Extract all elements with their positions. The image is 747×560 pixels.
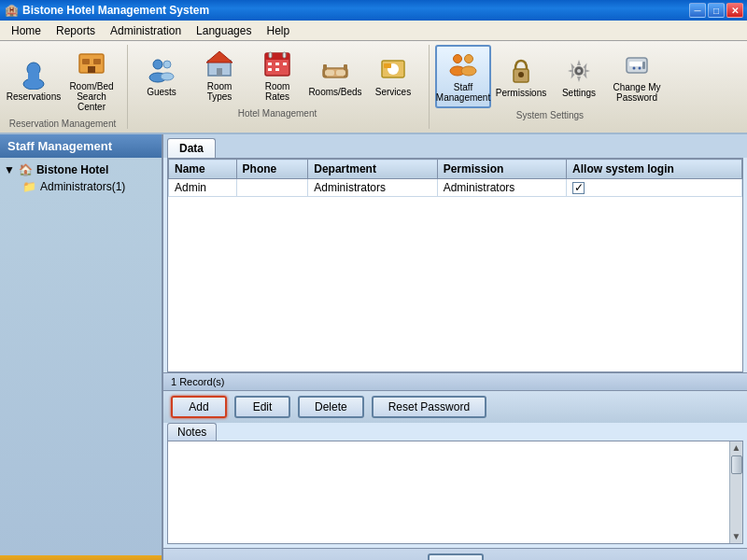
scroll-thumb[interactable] xyxy=(731,455,742,474)
data-table: Name Phone Department Permission Allow s… xyxy=(168,159,742,197)
svg-marker-12 xyxy=(206,51,233,63)
svg-point-44 xyxy=(639,67,641,70)
svg-point-9 xyxy=(163,61,171,68)
tb-settings-label: Settings xyxy=(562,88,596,98)
tb-change-password-label: Change My Password xyxy=(613,82,660,103)
tree-child-administrators[interactable]: 📁 Administrators(1) xyxy=(4,178,158,195)
rooms-beds-icon xyxy=(320,55,350,85)
col-name: Name xyxy=(169,160,237,179)
close-button[interactable]: ✕ xyxy=(726,3,743,18)
toolbar-group-hotel: Guests Room Types xyxy=(134,45,430,129)
room-search-icon xyxy=(77,49,106,79)
scroll-up[interactable]: ▲ xyxy=(731,441,742,454)
tb-room-types-label: Room Types xyxy=(207,81,233,102)
svg-point-31 xyxy=(454,55,462,63)
tree: ▼ 🏠 Bistone Hotel 📁 Administrators(1) xyxy=(0,158,162,555)
room-types-icon xyxy=(204,49,234,79)
record-count: 1 Record(s) xyxy=(163,372,747,390)
bottom-edit-bar: Edit xyxy=(163,548,747,560)
main-area: Staff Management ▼ 🏠 Bistone Hotel 📁 Adm… xyxy=(0,134,747,560)
tb-services[interactable]: Services xyxy=(365,45,421,106)
col-department: Department xyxy=(308,160,437,179)
button-bar: Add Edit Delete Reset Password xyxy=(163,390,747,423)
tb-reservations-label: Reservations xyxy=(7,91,61,102)
right-panel: Data Name Phone Department Permission Al… xyxy=(163,134,747,560)
tb-change-password[interactable]: Change My Password xyxy=(609,45,665,108)
tb-room-search[interactable]: Room/Bed Search Center xyxy=(63,45,120,117)
svg-point-39 xyxy=(577,69,581,73)
tree-root-label: Bistone Hotel xyxy=(36,163,108,176)
reservation-group-label: Reservation Management xyxy=(9,119,117,129)
hotel-group-label: Hotel Management xyxy=(238,108,317,119)
menu-administration[interactable]: Administration xyxy=(103,22,189,39)
tree-root[interactable]: ▼ 🏠 Bistone Hotel xyxy=(4,161,158,178)
svg-rect-20 xyxy=(283,63,287,65)
toolbar-group-reservation: Reservations Room/Bed Search Center Rese… xyxy=(6,45,128,129)
menu-home[interactable]: Home xyxy=(4,22,49,39)
allow-login-checkbox[interactable]: ✓ xyxy=(572,182,585,194)
svg-point-34 xyxy=(461,66,476,76)
settings-icon xyxy=(564,56,594,86)
tb-guests-label: Guests xyxy=(147,87,176,97)
svg-rect-42 xyxy=(642,62,645,69)
tab-data[interactable]: Data xyxy=(167,138,216,158)
menu-languages[interactable]: Languages xyxy=(189,22,259,39)
svg-point-43 xyxy=(633,67,636,70)
svg-rect-5 xyxy=(93,59,101,64)
table-row[interactable]: Admin Administrators Administrators ✓ xyxy=(169,179,742,197)
titlebar: 🏨 Bistone Hotel Management System ─ □ ✕ xyxy=(0,0,747,21)
tree-child-label: Administrators(1) xyxy=(40,180,125,193)
notes-content[interactable]: ▲ ▼ xyxy=(167,441,743,544)
toolbar-system-items: Staff Management Permissions xyxy=(435,45,665,108)
tb-staff-label: Staff Management xyxy=(436,82,490,103)
tb-staff[interactable]: Staff Management xyxy=(435,45,491,108)
left-panel-title: Staff Management xyxy=(0,134,162,158)
tb-room-types[interactable]: Room Types xyxy=(191,45,247,106)
maximize-button[interactable]: □ xyxy=(708,3,725,18)
tb-reservations[interactable]: Reservations xyxy=(6,45,62,117)
tb-permissions[interactable]: Permissions xyxy=(493,45,549,108)
reservations-icon xyxy=(19,60,49,90)
tb-room-rates[interactable]: Room Rates xyxy=(249,45,305,106)
reset-password-button[interactable]: Reset Password xyxy=(372,396,486,418)
menu-help[interactable]: Help xyxy=(259,22,297,39)
svg-rect-16 xyxy=(269,52,272,58)
tb-settings[interactable]: Settings xyxy=(551,45,607,108)
col-phone: Phone xyxy=(236,160,308,179)
menubar: Home Reports Administration Languages He… xyxy=(0,21,747,41)
svg-rect-26 xyxy=(325,70,334,76)
notes-tab[interactable]: Notes xyxy=(167,423,217,441)
svg-rect-41 xyxy=(629,62,644,66)
app-icon: 🏨 xyxy=(4,3,19,18)
tb-room-search-label: Room/Bed Search Center xyxy=(66,81,117,112)
left-panel: Staff Management ▼ 🏠 Bistone Hotel 📁 Adm… xyxy=(0,134,163,560)
tb-permissions-label: Permissions xyxy=(496,88,546,98)
svg-rect-27 xyxy=(336,70,345,76)
svg-rect-4 xyxy=(82,59,90,64)
edit-button[interactable]: Edit xyxy=(234,396,290,418)
delete-button[interactable]: Delete xyxy=(298,396,364,418)
services-icon xyxy=(378,55,408,85)
cell-department: Administrators xyxy=(308,179,437,197)
add-button[interactable]: Add xyxy=(171,396,227,418)
tb-guests[interactable]: Guests xyxy=(134,45,190,106)
tb-rooms-beds[interactable]: Rooms/Beds xyxy=(307,45,363,106)
menu-reports[interactable]: Reports xyxy=(49,22,103,39)
room-rates-icon xyxy=(262,49,292,79)
minimize-button[interactable]: ─ xyxy=(689,3,706,18)
tab-bar: Data xyxy=(163,134,747,158)
svg-rect-2 xyxy=(28,73,39,82)
toolbar-reservation-items: Reservations Room/Bed Search Center xyxy=(6,45,120,117)
folder-icon: 📁 xyxy=(22,180,36,193)
tb-rooms-beds-label: Rooms/Beds xyxy=(308,87,361,97)
app-title: Bistone Hotel Management System xyxy=(22,4,689,17)
scroll-down[interactable]: ▼ xyxy=(732,531,741,541)
notes-tab-bar: Notes xyxy=(167,423,743,441)
notes-edit-button[interactable]: Edit xyxy=(428,553,484,560)
window-controls: ─ □ ✕ xyxy=(689,3,743,18)
scrollbar[interactable]: ▲ ▼ xyxy=(729,441,742,543)
cell-phone xyxy=(236,179,308,197)
left-bottom-label: Staff Management xyxy=(0,555,162,560)
change-password-icon xyxy=(622,50,652,80)
cell-allow-login: ✓ xyxy=(567,179,742,197)
